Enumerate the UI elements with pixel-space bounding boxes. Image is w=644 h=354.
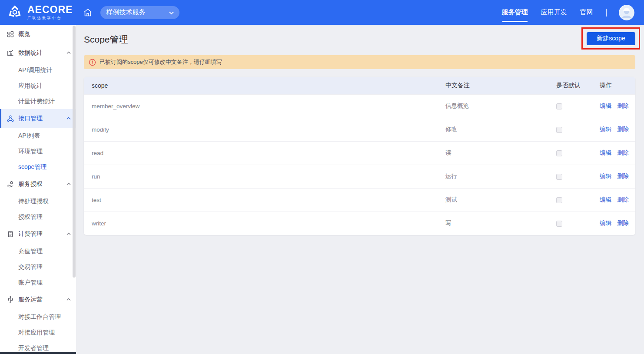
table-row: read 读 编辑删除 [84, 141, 635, 165]
nav-label: 官网 [580, 8, 593, 17]
sidebar-item-integration-app-management[interactable]: 对接应用管理 [0, 324, 76, 340]
nav-app-development[interactable]: 应用开发 [541, 0, 567, 25]
page-title: Scope管理 [84, 33, 128, 46]
brand-logo: AECORE 广联达数字中台 [0, 3, 73, 22]
notice-banner: 已被订阅的scope仅可修改中文备注，请仔细填写 [84, 55, 635, 69]
sidebar-item-label: 概览 [18, 30, 30, 38]
scope-cell: writer [84, 212, 438, 235]
workspace-selector[interactable]: 样例技术服务 [100, 6, 179, 19]
nav-service-management[interactable]: 服务管理 [502, 0, 528, 25]
table-row: member_overview 信息概览 编辑删除 [84, 94, 635, 118]
scope-cell: run [84, 165, 438, 188]
scope-cell: modify [84, 118, 438, 141]
scope-cell: read [84, 141, 438, 165]
edit-link[interactable]: 编辑 [600, 220, 611, 226]
operations-icon [7, 296, 14, 303]
column-header-remark: 中文备注 [438, 77, 548, 94]
sidebar-item-recharge-management[interactable]: 充值管理 [0, 243, 76, 259]
sidebar-item-transaction-management[interactable]: 交易管理 [0, 259, 76, 275]
table-header-row: scope 中文备注 是否默认 操作 [84, 77, 635, 94]
sidebar-item-label: 服务运营 [18, 296, 43, 304]
default-checkbox[interactable] [556, 221, 562, 227]
sidebar-item-label: 服务授权 [18, 180, 43, 188]
sidebar-item-account-management[interactable]: 账户管理 [0, 275, 76, 290]
edit-link[interactable]: 编辑 [600, 126, 611, 132]
sidebar-item-data-statistics[interactable]: 数据统计 [0, 43, 76, 62]
edit-link[interactable]: 编辑 [600, 149, 611, 156]
chevron-up-icon [66, 182, 71, 185]
sidebar-item-label: 计费管理 [18, 230, 43, 238]
chevron-up-icon [66, 232, 71, 235]
default-checkbox[interactable] [556, 150, 562, 156]
remark-cell: 写 [438, 212, 548, 235]
nav-official-site[interactable]: 官网 [580, 0, 593, 25]
sidebar-item-integration-workbench-management[interactable]: 对接工作台管理 [0, 309, 76, 324]
sidebar-item-scope-management[interactable]: scope管理 [0, 159, 76, 175]
sidebar-item-api-list[interactable]: API列表 [0, 128, 76, 143]
main-content: Scope管理 新建scope 已被订阅的scope仅可修改中文备注，请仔细填写… [76, 25, 644, 354]
sidebar-item-overview[interactable]: 概览 [0, 25, 76, 43]
sidebar-item-environment-management[interactable]: 环境管理 [0, 143, 76, 159]
notice-text: 已被订阅的scope仅可修改中文备注，请仔细填写 [100, 58, 222, 66]
sidebar-item-authorization-management[interactable]: 授权管理 [0, 209, 76, 225]
column-header-actions: 操作 [592, 77, 635, 94]
remark-cell: 测试 [438, 188, 548, 212]
remark-cell: 信息概览 [438, 94, 548, 118]
chevron-down-icon [169, 9, 174, 16]
sidebar-item-pending-authorization[interactable]: 待处理授权 [0, 193, 76, 209]
default-checkbox[interactable] [556, 197, 562, 203]
default-checkbox[interactable] [556, 174, 562, 180]
sidebar-item-api-call-statistics[interactable]: API调用统计 [0, 62, 76, 78]
scope-table-card: scope 中文备注 是否默认 操作 member_overview 信息概览 … [84, 77, 635, 235]
delete-link[interactable]: 删除 [617, 173, 629, 179]
table-row: modify 修改 编辑删除 [84, 118, 635, 141]
edit-link[interactable]: 编辑 [600, 103, 611, 109]
overview-icon [7, 31, 14, 38]
delete-link[interactable]: 删除 [617, 103, 629, 109]
bar-chart-icon [7, 50, 14, 56]
billing-icon [7, 231, 14, 238]
user-avatar[interactable] [619, 5, 634, 20]
sidebar: 概览 数据统计 API调用统计 应用统计 计量计费统计 接口管理 API列表 环… [0, 25, 76, 354]
delete-link[interactable]: 删除 [617, 220, 629, 226]
nav-divider [606, 9, 607, 17]
default-checkbox[interactable] [556, 103, 562, 109]
nav-label: 服务管理 [502, 8, 528, 17]
sidebar-bottom-bar [0, 352, 76, 354]
scope-table: scope 中文备注 是否默认 操作 member_overview 信息概览 … [84, 77, 635, 235]
sidebar-item-metering-billing-statistics[interactable]: 计量计费统计 [0, 93, 76, 109]
brand-subtitle: 广联达数字中台 [27, 17, 73, 20]
remark-cell: 修改 [438, 118, 548, 141]
delete-link[interactable]: 删除 [617, 149, 629, 156]
default-checkbox[interactable] [556, 127, 562, 133]
sidebar-item-api-management[interactable]: 接口管理 [0, 109, 76, 128]
delete-link[interactable]: 删除 [617, 126, 629, 132]
table-row: writer 写 编辑删除 [84, 212, 635, 235]
column-header-scope: scope [84, 77, 438, 94]
delete-link[interactable]: 删除 [617, 196, 629, 203]
top-header-bar: AECORE 广联达数字中台 样例技术服务 服务管理 应用开发 官网 [0, 0, 644, 25]
nav-label: 应用开发 [541, 8, 567, 17]
sidebar-item-label: 接口管理 [18, 115, 43, 122]
sidebar-item-service-authorization[interactable]: 服务授权 [0, 175, 76, 193]
warning-icon [89, 59, 96, 66]
scope-cell: test [84, 188, 438, 212]
scope-cell: member_overview [84, 94, 438, 118]
sidebar-item-billing-management[interactable]: 计费管理 [0, 225, 76, 243]
sidebar-item-app-statistics[interactable]: 应用统计 [0, 78, 76, 93]
column-header-default: 是否默认 [548, 77, 592, 94]
edit-link[interactable]: 编辑 [600, 173, 611, 179]
chevron-up-icon [66, 51, 71, 54]
edit-link[interactable]: 编辑 [600, 196, 611, 203]
new-scope-button[interactable]: 新建scope [587, 32, 635, 45]
sidebar-item-label: 数据统计 [18, 49, 43, 57]
sidebar-item-service-operations[interactable]: 服务运营 [0, 290, 76, 309]
chevron-up-icon [66, 298, 71, 301]
authorization-icon [7, 181, 14, 188]
remark-cell: 读 [438, 141, 548, 165]
sidebar-scrollbar[interactable] [73, 26, 76, 278]
active-nav-underline [502, 21, 528, 23]
home-icon[interactable] [83, 8, 93, 17]
brand-logo-icon [6, 3, 23, 22]
workspace-selector-value: 样例技术服务 [106, 8, 145, 17]
